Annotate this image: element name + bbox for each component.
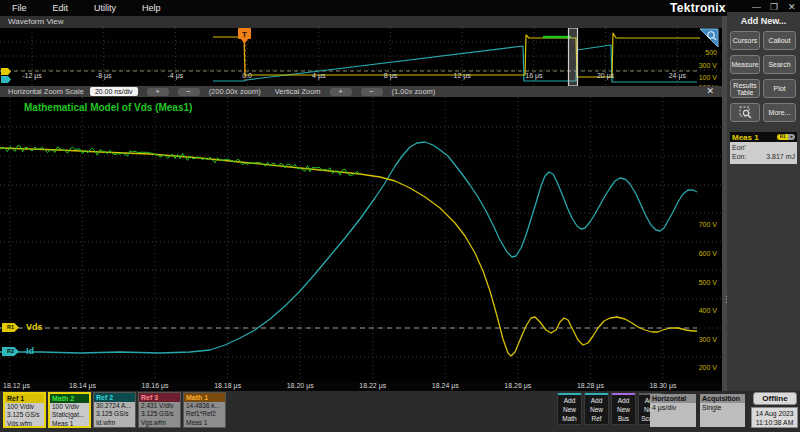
add-new-math-button[interactable]: AddNewMath bbox=[557, 393, 582, 425]
overview-x-tick: 20 μs bbox=[597, 72, 614, 79]
overview-y-tick: 100 V bbox=[699, 74, 717, 81]
h-zoom-plus-button[interactable]: + bbox=[147, 88, 169, 96]
add-button-line: New bbox=[585, 405, 608, 414]
overview-x-tick: -4 μs bbox=[168, 72, 184, 79]
overview-x-tick: -8 μs bbox=[96, 72, 112, 79]
add-button-line: Add bbox=[585, 396, 608, 405]
add-button-line: Add bbox=[612, 396, 635, 405]
tektronix-logo: Tektronix bbox=[670, 1, 726, 15]
main-y-tick: 400 V bbox=[699, 307, 717, 314]
v-zoom-plus-button[interactable]: + bbox=[330, 88, 352, 96]
overview-x-tick: 0.0 bbox=[242, 72, 252, 79]
badge-math2[interactable]: Math 2100 V/divStatic|gat...Meas 1 bbox=[48, 392, 91, 428]
main-x-tick: 18.14 μs bbox=[69, 382, 96, 389]
acquisition-panel[interactable]: Acquisition Single bbox=[700, 394, 745, 427]
waveform-overview[interactable]: T -12 μs-8 μs-4 μs0.04 μs8 μs12 μs16 μs2… bbox=[0, 28, 722, 86]
meas1-header: Meas 1 R1 ▸ bbox=[730, 132, 797, 142]
right-sidebar: Add New... CursorsCalloutMeasureSearchRe… bbox=[727, 12, 800, 391]
oscilloscope-app: FileEditUtilityHelp Tektronix — ❐ ✕ Wave… bbox=[0, 0, 800, 432]
id-trace bbox=[0, 142, 697, 353]
results-table-button[interactable]: Results Table bbox=[730, 79, 760, 98]
math-annotation: Mathematical Model of Vds (Meas1) bbox=[24, 102, 192, 113]
offline-button[interactable]: Offline bbox=[753, 392, 797, 405]
trigger-label: T bbox=[242, 30, 247, 39]
v-zoom-minus-button[interactable]: − bbox=[361, 88, 383, 96]
meas-row-label: Eon: bbox=[732, 152, 746, 161]
meas1-values: Eon'Eon:3.817 mJ bbox=[730, 142, 797, 164]
main-y-tick: 700 V bbox=[699, 221, 717, 228]
more--button[interactable]: More... bbox=[763, 103, 796, 122]
sidebar-buttons: CursorsCalloutMeasureSearchResults Table… bbox=[730, 31, 797, 122]
badge-info-line: Meas 1 bbox=[184, 419, 225, 427]
date-value: 14 Aug 2023 bbox=[752, 410, 797, 419]
add-button-line: Ref bbox=[585, 414, 608, 423]
badge-info-line: 2.431 V/div bbox=[139, 402, 180, 410]
badge-info-line: 100 V/div bbox=[50, 403, 89, 411]
menu-utility[interactable]: Utility bbox=[94, 3, 116, 13]
meas1-expand-icon[interactable]: ▸ bbox=[788, 134, 795, 140]
main-x-tick: 18.28 μs bbox=[577, 382, 604, 389]
main-x-tick: 18.12 μs bbox=[3, 382, 30, 389]
acquisition-mode-value: Single bbox=[700, 403, 745, 412]
measure-button[interactable]: Measure bbox=[730, 55, 760, 74]
menu-bar: FileEditUtilityHelp Tektronix — ❐ ✕ bbox=[0, 0, 800, 16]
add-button-line: New bbox=[558, 405, 581, 414]
zoom-close-icon[interactable]: ✕ bbox=[706, 86, 714, 96]
meas1-name: Meas 1 bbox=[732, 133, 777, 142]
zoom-controls-bar: Horizontal Zoom Scale 20.00 ns/div + − (… bbox=[0, 86, 722, 97]
menu-file[interactable]: File bbox=[12, 3, 27, 13]
search-button[interactable]: Search bbox=[763, 55, 796, 74]
add-new-ref-button[interactable]: AddNewRef bbox=[584, 393, 609, 425]
id-label: Id bbox=[26, 346, 34, 356]
h-zoom-minus-button[interactable]: − bbox=[178, 88, 200, 96]
badge-title: Ref 2 bbox=[94, 393, 135, 402]
main-y-tick: 600 V bbox=[699, 250, 717, 257]
horizontal-scale-value: 4 μs/div bbox=[650, 403, 696, 412]
menu-help[interactable]: Help bbox=[142, 3, 161, 13]
main-x-tick: 18.22 μs bbox=[359, 382, 386, 389]
add-button-line: New bbox=[612, 405, 635, 414]
badge-ref2[interactable]: Ref 230.2724 A...3.125 GS/sId.wfm bbox=[93, 392, 136, 428]
tab-waveform-view[interactable]: Waveform View bbox=[0, 16, 722, 28]
horizontal-zoom-scale-value[interactable]: 20.00 ns/div bbox=[90, 87, 138, 96]
add-new-bus-button[interactable]: AddNewBus bbox=[611, 393, 636, 425]
main-y-tick: 200 V bbox=[699, 364, 717, 371]
minimize-icon[interactable]: — bbox=[752, 2, 761, 12]
close-icon[interactable]: ✕ bbox=[788, 2, 796, 12]
main-x-tick: 18.30 μs bbox=[649, 382, 676, 389]
add-button-line: Math bbox=[558, 414, 581, 423]
main-x-axis: 18.12 μs18.14 μs18.16 μs18.18 μs18.20 μs… bbox=[0, 381, 722, 391]
main-x-tick: 18.24 μs bbox=[432, 382, 459, 389]
zoomed-waveform-view[interactable]: Mathematical Model of Vds (Meas1) R1 Vds… bbox=[0, 97, 722, 381]
overview-y-tick: 500 bbox=[705, 49, 717, 56]
meas-row-value: 3.817 mJ bbox=[766, 152, 795, 161]
menu-edit[interactable]: Edit bbox=[53, 3, 69, 13]
badge-title: Ref 3 bbox=[139, 393, 180, 402]
main-y-tick: 500 V bbox=[699, 279, 717, 286]
badge-ref3[interactable]: Ref 32.431 V/div3.125 GS/sVgs.wfm bbox=[138, 392, 181, 428]
badge-math1[interactable]: Math 114.4836 k...Ref1*Ref2Meas 1 bbox=[183, 392, 226, 428]
plot-button[interactable]: Plot bbox=[763, 79, 796, 98]
badge-info-line: 100 V/div bbox=[5, 403, 44, 411]
cursors-button[interactable]: Cursors bbox=[730, 31, 760, 50]
meas1-result-panel[interactable]: Meas 1 R1 ▸ Eon'Eon:3.817 mJ bbox=[730, 132, 797, 164]
menu-items: FileEditUtilityHelp bbox=[12, 3, 187, 13]
horizontal-panel[interactable]: Horizontal 4 μs/div bbox=[650, 394, 696, 427]
main-x-tick: 18.26 μs bbox=[504, 382, 531, 389]
acquisition-panel-title: Acquisition bbox=[700, 394, 745, 403]
badge-title: Ref 1 bbox=[5, 394, 44, 403]
zoom-window-handle[interactable] bbox=[569, 28, 578, 86]
badge-info-line: Meas 1 bbox=[50, 420, 89, 428]
badge-ref1[interactable]: Ref 1100 V/div3.125 GS/sVds.wfm bbox=[3, 392, 46, 428]
callout-button[interactable]: Callout bbox=[763, 31, 796, 50]
badge-info-line: 3.125 GS/s bbox=[139, 410, 180, 418]
badge-info-line: Ref1*Ref2 bbox=[184, 410, 225, 418]
overview-x-tick: -12 μs bbox=[22, 72, 42, 79]
zoom-area-icon-button[interactable] bbox=[730, 103, 760, 122]
restore-icon[interactable]: ❐ bbox=[770, 2, 778, 12]
datetime-display: 14 Aug 2023 11:10:38 AM bbox=[751, 407, 798, 428]
badge-info-line: Static|gat... bbox=[50, 411, 89, 419]
badge-info-line: 30.2724 A... bbox=[94, 402, 135, 410]
badge-info-line: 3.125 GS/s bbox=[94, 410, 135, 418]
badge-title: Math 1 bbox=[184, 393, 225, 402]
